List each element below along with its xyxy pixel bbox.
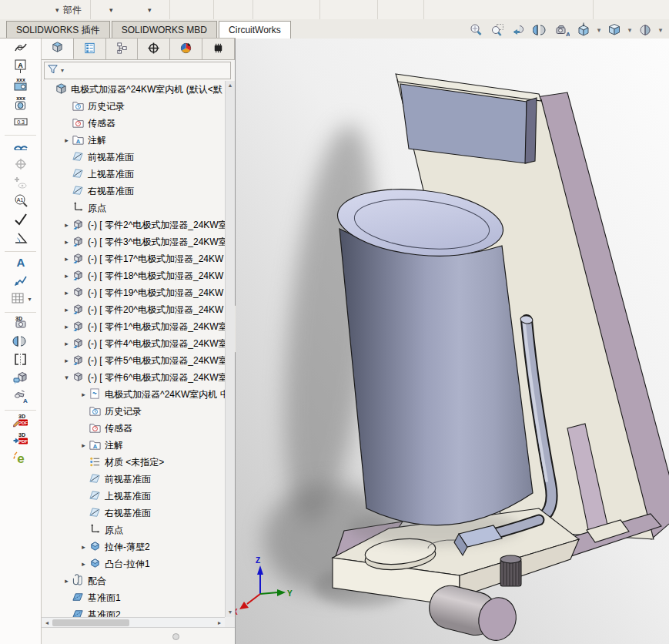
tree-item[interactable]: 电极式加湿器^24KW室内机 (默认<默 — [42, 81, 225, 98]
expand-right-icon[interactable]: ▸ — [79, 543, 89, 551]
filter-dropdown-icon[interactable]: ▾ — [61, 67, 64, 74]
expand-right-icon[interactable]: ▸ — [62, 136, 72, 144]
note-icon[interactable]: A — [0, 253, 42, 271]
datum-target-icon[interactable]: xxx — [0, 94, 42, 112]
tree-item[interactable]: 右视基准面 — [42, 505, 225, 522]
datum-icon[interactable]: A — [0, 57, 42, 75]
display-style-icon[interactable] — [604, 22, 624, 39]
geometric-tolerance-icon[interactable] — [0, 136, 42, 155]
tree-item[interactable]: 前视基准面 — [42, 471, 225, 488]
display-manager-tab[interactable] — [170, 39, 202, 59]
tree-item[interactable]: 传感器 — [42, 420, 225, 437]
scroll-down-icon[interactable]: ▼ — [226, 608, 235, 617]
leader-icon[interactable] — [0, 271, 42, 290]
tree-item[interactable]: 材质 <未指定> — [42, 454, 225, 471]
part-reviewer-icon[interactable] — [0, 369, 42, 387]
expand-right-icon[interactable]: ▸ — [79, 391, 89, 398]
tree-item[interactable]: ▸凸台-拉伸1 — [42, 555, 225, 572]
featuremanager-design-tree-tab[interactable] — [42, 39, 74, 59]
publish-3d-pdf-icon[interactable]: 3DPDF — [0, 430, 42, 448]
tree-item[interactable]: 前视基准面 — [42, 149, 225, 166]
tree-item[interactable]: 历史记录 — [42, 98, 225, 115]
angle-dimension-icon[interactable] — [0, 229, 42, 247]
tree-item[interactable]: ▾(-) [ 零件6^电极式加湿器_24KW室 — [42, 369, 225, 386]
tree-item[interactable]: ▸(-) [ 零件18^电极式加湿器_24KW — [42, 267, 225, 284]
dynamic-section-view-icon[interactable] — [0, 332, 42, 351]
edrawings-icon[interactable]: e — [0, 448, 42, 467]
tree-item[interactable]: 右视基准面 — [42, 183, 225, 200]
tree-item[interactable]: ▸(-) [ 零件1^电极式加湿器_24KW室 — [42, 318, 225, 335]
tree-item[interactable]: ▸(-) [ 零件4^电极式加湿器_24KW室 — [42, 335, 225, 352]
expand-right-icon[interactable]: ▸ — [62, 255, 72, 263]
tree-item[interactable]: 基准面1 — [42, 589, 225, 606]
ribbon-group-label[interactable]: 部件 — [63, 4, 82, 17]
compare-documents-icon[interactable] — [0, 351, 42, 369]
ribbon-dropdown-icon[interactable]: ▾ — [55, 6, 59, 14]
expand-right-icon[interactable]: ▸ — [62, 221, 72, 229]
ribbon-dropdown-icon[interactable]: ▾ — [148, 6, 152, 14]
basic-dimension-icon[interactable]: xxx — [0, 75, 42, 94]
expand-right-icon[interactable]: ▸ — [62, 323, 72, 330]
general-table-icon[interactable]: ▾ — [0, 290, 42, 308]
tree-item[interactable]: ▸A注解 — [42, 437, 225, 454]
auto-dimension-scheme-icon[interactable] — [0, 39, 42, 57]
zoom-to-fit-icon[interactable] — [466, 22, 486, 39]
property-manager-tab[interactable] — [74, 39, 106, 59]
tree-item[interactable]: 原点 — [42, 200, 225, 216]
expand-right-icon[interactable]: ▸ — [79, 441, 89, 449]
tree-item[interactable]: 上视基准面 — [42, 166, 225, 183]
tab-0[interactable]: SOLIDWORKS 插件 — [6, 21, 110, 39]
section-view-icon[interactable] — [530, 22, 550, 39]
hide-show-items-dropdown-icon[interactable]: ▾ — [657, 26, 664, 34]
annotation-views-icon[interactable]: A — [552, 22, 572, 39]
tree-item[interactable]: ▸配合 — [42, 572, 225, 589]
tree-item[interactable]: ▸拉伸-薄壁2 — [42, 538, 225, 555]
scrollbar-thumb[interactable] — [52, 619, 129, 626]
tree-item[interactable]: ▸电极式加湿器^24KW室内机 中 — [42, 386, 225, 403]
display-style-dropdown-icon[interactable]: ▾ — [626, 26, 634, 34]
tab-1[interactable]: SOLIDWORKS MBD — [112, 21, 217, 39]
model-viewport[interactable]: Z Y X — [236, 39, 669, 644]
tab-2[interactable]: CircuitWorks — [219, 21, 291, 39]
tree-item[interactable]: ▸(-) [ 零件3^电极式加湿器_24KW室 — [42, 233, 225, 250]
view-orientation-icon[interactable] — [574, 22, 594, 39]
edit-3d-pdf-theme-icon[interactable]: 3DPDF — [0, 411, 42, 430]
ribbon-dropdown-icon[interactable]: ▾ — [109, 6, 113, 14]
tree-item[interactable]: ▸A注解 — [42, 132, 225, 149]
copy-tolerance-icon[interactable]: A1 — [0, 192, 42, 210]
tree-item[interactable]: ▸(-) [ 零件5^电极式加湿器_24KW室 — [42, 352, 225, 369]
hide-show-items-icon[interactable] — [635, 22, 655, 39]
zoom-to-area-icon[interactable] — [487, 22, 507, 39]
expand-right-icon[interactable]: ▸ — [62, 238, 72, 246]
tree-filter-input[interactable]: ▾ — [44, 62, 231, 79]
tree-horizontal-scrollbar[interactable]: ◂ ▸ — [42, 617, 225, 628]
tree-item[interactable]: 上视基准面 — [42, 488, 225, 505]
expand-right-icon[interactable]: ▸ — [62, 357, 72, 364]
circuitworks-manager-tab[interactable] — [202, 39, 235, 59]
expand-right-icon[interactable]: ▸ — [62, 306, 72, 314]
tree-item[interactable]: ▸(-) [ 零件17^电极式加湿器_24KW — [42, 250, 225, 267]
panel-splitter-grip[interactable] — [172, 633, 179, 640]
tree-item[interactable]: 历史记录 — [42, 403, 225, 420]
expand-right-icon[interactable]: ▸ — [62, 289, 72, 297]
tree-item[interactable]: 基准面2 — [42, 606, 225, 617]
expand-right-icon[interactable]: ▸ — [62, 272, 72, 280]
expand-right-icon[interactable]: ▸ — [62, 340, 72, 347]
scroll-up-icon[interactable]: ▲ — [226, 81, 235, 90]
view-orientation-dropdown-icon[interactable]: ▾ — [595, 26, 603, 34]
tree-item[interactable]: ▸(-) [ 零件2^电极式加湿器_24KW室 — [42, 216, 225, 233]
annotation-camera-icon[interactable]: A — [0, 387, 42, 406]
previous-view-icon[interactable] — [509, 22, 529, 39]
expand-down-icon[interactable]: ▾ — [62, 374, 72, 381]
tree-vertical-scrollbar[interactable]: ▲ ▼ — [225, 81, 235, 617]
graphics-area[interactable]: Z Y X — [236, 39, 669, 644]
dimxpert-manager-tab[interactable] — [138, 39, 170, 59]
capture-3d-view-icon[interactable]: 3D — [0, 314, 42, 332]
filter-funnel-icon[interactable] — [47, 63, 60, 79]
expand-right-icon[interactable]: ▸ — [62, 577, 72, 585]
tolerance-check-icon[interactable] — [0, 210, 42, 229]
tree-item[interactable]: 原点 — [42, 522, 225, 538]
tree-item[interactable]: ▸(-) [ 零件19^电极式加湿器_24KW — [42, 284, 225, 301]
tolerance-value-icon[interactable]: 0.3 — [0, 112, 42, 131]
expand-right-icon[interactable]: ▸ — [79, 560, 89, 568]
